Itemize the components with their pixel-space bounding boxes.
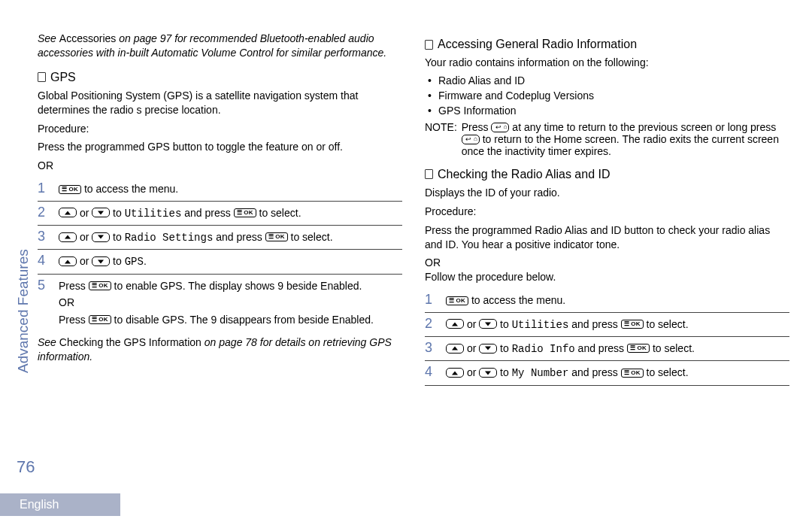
back-key-icon <box>491 123 509 132</box>
step-row: 3 or to Radio Settings and press to sele… <box>38 226 402 250</box>
up-key-icon <box>59 208 77 217</box>
see-gps-info-note: See Checking the GPS Information on page… <box>38 335 402 364</box>
gps-description: Global Positioning System (GPS) is a sat… <box>38 89 402 117</box>
ok-key-icon <box>59 185 81 194</box>
heading-gps: GPS <box>38 71 402 84</box>
note-block: NOTE: Press at any time to return to the… <box>425 121 789 157</box>
or-label: OR <box>425 256 789 270</box>
down-key-icon <box>479 319 497 329</box>
procedure-label: Procedure: <box>425 205 789 219</box>
heading-check-alias: Checking the Radio Alias and ID <box>425 168 789 181</box>
bullet-item: Firmware and Codeplug Versions <box>428 90 789 102</box>
step-row: 3 or to Radio Info and press to select. <box>425 337 789 361</box>
gen-intro: Your radio contains information on the f… <box>425 56 789 70</box>
heading-general-radio-info: Accessing General Radio Information <box>425 38 789 51</box>
step-row: 4 or to GPS. <box>38 250 402 274</box>
up-key-icon <box>59 256 77 266</box>
step-row: 2 or to Utilities and press to select. <box>425 313 789 337</box>
up-key-icon <box>446 344 464 354</box>
bullet-item: Radio Alias and ID <box>428 74 789 86</box>
step-row: 1 to access the menu. <box>425 289 789 312</box>
step-row: 2 or to Utilities and press to select. <box>38 202 402 226</box>
ok-key-icon <box>621 369 644 378</box>
left-column: See Accessories on page 97 for recommend… <box>38 27 402 480</box>
intro-note: See Accessories on page 97 for recommend… <box>38 32 402 60</box>
step-row: 1 to access the menu. <box>38 178 402 201</box>
check-press-text: Press the programmed Radio Alias and ID … <box>425 223 789 252</box>
alias-steps: 1 to access the menu. 2 or to Utilities … <box>425 289 789 386</box>
ok-key-icon <box>234 208 256 217</box>
ok-key-icon <box>627 344 650 353</box>
sidebar-section-label: Advanced Features <box>15 358 32 373</box>
page-number: 76 <box>17 457 35 477</box>
down-key-icon <box>479 368 497 378</box>
back-key-icon <box>462 135 480 144</box>
page-content: See Accessories on page 97 for recommend… <box>38 27 789 480</box>
ok-key-icon <box>621 320 644 329</box>
ok-key-icon <box>265 232 288 241</box>
down-key-icon <box>92 232 110 242</box>
section-icon <box>425 40 433 50</box>
down-key-icon <box>479 344 497 354</box>
up-key-icon <box>446 319 464 329</box>
footer-language: English <box>0 493 120 516</box>
up-key-icon <box>446 368 464 378</box>
step-row: 5 Press to enable GPS. The display shows… <box>38 275 402 331</box>
ok-key-icon <box>446 296 468 305</box>
info-bullets: Radio Alias and ID Firmware and Codeplug… <box>425 74 789 117</box>
or-label: OR <box>38 159 402 173</box>
ok-key-icon <box>89 281 111 290</box>
gps-steps: 1 to access the menu. 2 or to Utilities … <box>38 178 402 331</box>
up-key-icon <box>59 232 77 242</box>
section-icon <box>38 72 46 82</box>
gps-press-text: Press the programmed GPS button to toggl… <box>38 140 402 154</box>
down-key-icon <box>92 256 110 266</box>
check-intro: Displays the ID of your radio. <box>425 186 789 200</box>
step-row: 4 or to My Number and press to select. <box>425 361 789 385</box>
bullet-item: GPS Information <box>428 105 789 117</box>
procedure-label: Procedure: <box>38 122 402 136</box>
ok-key-icon <box>89 315 111 324</box>
down-key-icon <box>92 208 110 217</box>
right-column: Accessing General Radio Information Your… <box>425 27 789 480</box>
section-icon <box>425 169 433 179</box>
follow-text: Follow the procedure below. <box>425 270 789 284</box>
